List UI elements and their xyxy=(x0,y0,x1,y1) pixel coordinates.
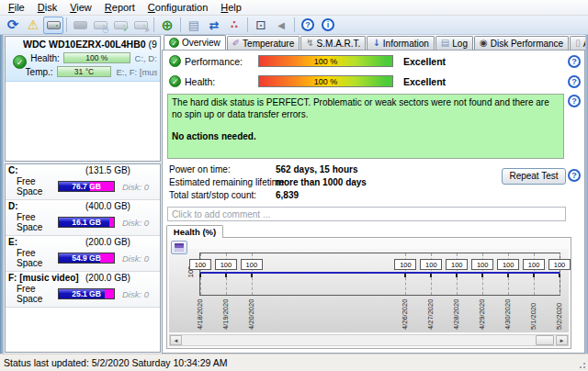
tab-label: S.M.A.R.T. xyxy=(317,39,361,49)
tab-overview[interactable]: Overview xyxy=(164,35,226,50)
repeat-test-help-icon[interactable] xyxy=(568,169,581,182)
x-axis-date-label: 4/29/2020 xyxy=(478,297,487,330)
chart-area: 100 1004/18/20201004/19/20201004/20/2020… xyxy=(169,249,569,332)
free-space-bar: 25.1 GB xyxy=(58,288,115,299)
info-row-value: more than 1000 days xyxy=(276,177,367,187)
health-value-box: 100 xyxy=(189,259,211,270)
toolbar-sync-arrows-icon[interactable]: ⇄ xyxy=(204,17,224,34)
toolbar-help-icon[interactable]: ? xyxy=(298,17,318,34)
disk-health-bar: 100 % xyxy=(63,52,130,63)
health-ok-icon xyxy=(169,75,181,87)
x-axis-date-label: 5/1/2020 xyxy=(529,297,538,330)
free-space-label: Free Space xyxy=(8,248,58,268)
toolbar-speaker-icon[interactable]: ◀ xyxy=(271,17,291,34)
app-window: FileDiskViewReportConfigurationHelp ⟳⚠◷✔… xyxy=(0,0,588,371)
partition-entry[interactable]: C:(131.5 GB)Free Space76.7 GBDisk: 0 xyxy=(6,164,160,200)
health-label: Health: xyxy=(185,76,215,87)
log-page-icon: ▤ xyxy=(441,39,449,48)
toolbar-disk-clock-icon: ◷ xyxy=(90,17,110,34)
tab-disk-performance[interactable]: ◉Disk Performance xyxy=(474,36,569,50)
chart-tick xyxy=(507,274,509,277)
menu-configuration[interactable]: Configuration xyxy=(141,1,214,14)
toolbar-disk-overview-icon[interactable] xyxy=(43,17,63,34)
comment-input[interactable] xyxy=(167,207,566,221)
free-space-value: 54.9 GB xyxy=(59,253,114,263)
partition-name: D: xyxy=(8,201,85,211)
partition-disk-number: Disk: 0 xyxy=(122,218,149,228)
chart-tick xyxy=(199,274,201,277)
tab-information[interactable]: ↓Information xyxy=(367,36,434,50)
disk-partitions-line1: C:, D:, xyxy=(135,53,157,63)
scroll-track[interactable] xyxy=(182,335,556,345)
scroll-right-arrow[interactable]: ► xyxy=(556,335,568,345)
status-action-text: No actions needed. xyxy=(172,130,560,142)
status-bar: Status last updated: 5/2/2020 Saturday 1… xyxy=(0,354,588,371)
health-chart-panel: Health (%) 100 1004/18/20201004/19/20201… xyxy=(166,225,571,349)
performance-help-icon[interactable] xyxy=(568,55,581,68)
tab-log[interactable]: ▤Log xyxy=(435,36,473,50)
health-value-box: 100 xyxy=(215,259,237,270)
free-space-bar: 54.9 GB xyxy=(58,253,115,264)
x-axis-date-label: 5/2/2020 xyxy=(555,297,564,330)
chart-tick xyxy=(456,274,458,277)
toolbar-separator xyxy=(247,17,248,32)
performance-rating: Excellent xyxy=(403,56,446,67)
content-row: WDC WD10EZRX-00L4HB0 (931.5 GB) Disk Hea… xyxy=(0,35,588,354)
tab-s-m-a-r-t[interactable]: ↯S.M.A.R.T. xyxy=(300,36,366,50)
disk-list: WDC WD10EZRX-00L4HB0 (931.5 GB) Disk Hea… xyxy=(5,36,161,162)
partition-entry[interactable]: D:(400.0 GB)Free Space16.1 GBDisk: 0 xyxy=(6,200,160,236)
partition-entry[interactable]: F: [music video](200.0 GB)Free Space25.1… xyxy=(6,272,160,308)
chart-tick xyxy=(430,274,432,277)
menu-file[interactable]: File xyxy=(2,1,31,14)
toolbar-info-icon[interactable]: i xyxy=(318,17,338,34)
health-value-box: 100 xyxy=(497,259,519,270)
toolbar-refresh-icon[interactable]: ⟳ xyxy=(3,17,23,34)
resize-grip[interactable] xyxy=(577,360,586,369)
repeat-test-button[interactable]: Repeat Test xyxy=(502,168,566,185)
menu-disk[interactable]: Disk xyxy=(31,1,63,14)
status-bar-text: Status last updated: 5/2/2020 Saturday 1… xyxy=(4,357,227,368)
performance-disk-icon: ◉ xyxy=(480,39,488,48)
toolbar-warning-icon[interactable]: ⚠ xyxy=(23,17,43,34)
health-chart-tab[interactable]: Health (%) xyxy=(166,225,223,238)
health-rating: Excellent xyxy=(403,76,446,87)
menu-help[interactable]: Help xyxy=(214,1,248,14)
disk-temp-bar: 31 °C xyxy=(57,66,112,77)
disk-entry[interactable]: WDC WD10EZRX-00L4HB0 (931.5 GB) Disk Hea… xyxy=(6,37,160,82)
partition-disk-number: Disk: 0 xyxy=(122,289,149,299)
main-area: Overview✐Temperature↯S.M.A.R.T.↓Informat… xyxy=(162,35,585,354)
disk-temp-label: Temp.: xyxy=(23,67,53,77)
health-value-box: 100 xyxy=(471,259,493,270)
toolbar-globe-disk-icon[interactable]: ⊕ xyxy=(157,17,177,34)
tab-label: Information xyxy=(383,39,429,49)
chart-tick xyxy=(481,274,483,277)
free-space-value: 16.1 GB xyxy=(59,218,114,227)
scroll-left-arrow[interactable]: ◄ xyxy=(170,335,182,345)
status-help-icon[interactable] xyxy=(568,95,581,107)
toolbar-network-icon[interactable]: ∴ xyxy=(224,17,244,34)
chart-tick xyxy=(533,274,535,277)
info-row-label: Total start/stop count: xyxy=(169,190,256,200)
free-space-label: Free Space xyxy=(8,212,58,232)
chart-tick xyxy=(559,274,560,277)
chart-plot: 100 1004/18/20201004/19/20201004/20/2020… xyxy=(199,253,560,296)
save-chart-button[interactable] xyxy=(171,241,187,254)
toolbar-separator xyxy=(294,17,295,32)
health-value-box: 100 xyxy=(548,259,571,270)
chart-scrollbar: ◄ ► xyxy=(169,334,569,346)
scroll-thumb[interactable] xyxy=(536,335,554,345)
disk-size: (931.5 GB) xyxy=(149,39,157,50)
free-space-bar: 76.7 GB xyxy=(58,181,115,192)
status-text: The hard disk status is PERFECT. Problem… xyxy=(172,96,560,120)
menu-view[interactable]: View xyxy=(63,1,98,14)
toolbar-log-sheet-icon[interactable]: ▤ xyxy=(184,17,204,34)
health-help-icon[interactable] xyxy=(568,75,581,88)
menu-bar: FileDiskViewReportConfigurationHelp xyxy=(0,0,588,16)
toolbar-monitor-config-icon[interactable]: ⊡ xyxy=(251,17,271,34)
tab-bar: Overview✐Temperature↯S.M.A.R.T.↓Informat… xyxy=(162,35,585,50)
partition-entry[interactable]: E:(200.0 GB)Free Space54.9 GBDisk: 0 xyxy=(6,236,160,272)
tab-temperature[interactable]: ✐Temperature xyxy=(227,36,300,50)
x-axis-date-label: 4/30/2020 xyxy=(503,297,513,330)
partition-list: C:(131.5 GB)Free Space76.7 GBDisk: 0D:(4… xyxy=(5,163,161,353)
menu-report[interactable]: Report xyxy=(98,1,141,14)
